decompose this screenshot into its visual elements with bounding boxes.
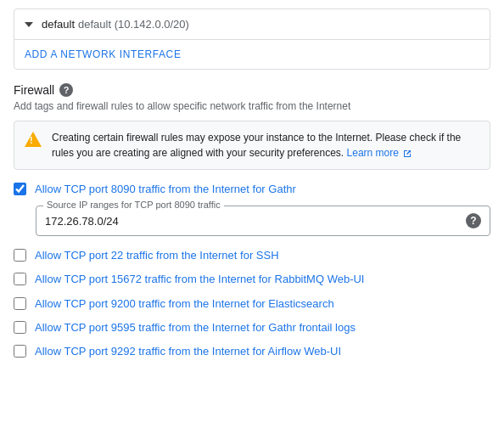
add-network-interface-button[interactable]: ADD A NETWORK INTERFACE xyxy=(14,40,490,69)
network-section: default default (10.142.0.0/20) ADD A NE… xyxy=(14,8,490,70)
firewall-checkbox-cb-ssh[interactable] xyxy=(14,249,26,262)
network-range: default (10.142.0.0/20) xyxy=(78,18,189,31)
firewall-checkbox-label[interactable]: Allow TCP port 9200 traffic from the Int… xyxy=(35,296,334,312)
firewall-checkbox-row: Allow TCP port 9595 traffic from the Int… xyxy=(14,320,490,335)
learn-more-link[interactable]: Learn more xyxy=(347,147,399,159)
firewall-section: Firewall ? Add tags and firewall rules t… xyxy=(14,83,490,359)
external-link-icon xyxy=(403,149,412,158)
ip-field-legend: Source IP ranges for TCP port 8090 traff… xyxy=(43,200,224,210)
firewall-checkbox-label[interactable]: Allow TCP port 15672 traffic from the In… xyxy=(35,272,364,287)
firewall-checkbox-cb-airflow[interactable] xyxy=(14,345,26,358)
firewall-description: Add tags and firewall rules to allow spe… xyxy=(14,100,490,112)
firewall-help-icon[interactable]: ? xyxy=(59,83,73,97)
warning-box: Creating certain firewall rules may expo… xyxy=(14,121,490,170)
warning-triangle-icon xyxy=(25,132,42,147)
firewall-checkbox-row: Allow TCP port 15672 traffic from the In… xyxy=(14,272,490,287)
chevron-down-icon xyxy=(25,22,33,27)
firewall-checkbox-row: Allow TCP port 9200 traffic from the Int… xyxy=(14,296,490,312)
firewall-checkbox-row: Allow TCP port 22 traffic from the Inter… xyxy=(14,248,490,263)
network-row[interactable]: default default (10.142.0.0/20) xyxy=(14,9,490,40)
ip-field-value: 172.26.78.0/24 xyxy=(45,215,466,228)
firewall-checkbox-cb-gathr[interactable] xyxy=(14,183,26,195)
firewall-checkbox-label[interactable]: Allow TCP port 9595 traffic from the Int… xyxy=(35,320,356,335)
firewall-checkbox-label[interactable]: Allow TCP port 9292 traffic from the Int… xyxy=(35,344,341,359)
firewall-header: Firewall ? xyxy=(14,83,490,97)
warning-text: Creating certain firewall rules may expo… xyxy=(52,130,479,161)
firewall-title: Firewall xyxy=(14,83,54,97)
firewall-checkbox-label[interactable]: Allow TCP port 22 traffic from the Inter… xyxy=(35,248,279,263)
firewall-checkbox-cb-frontail[interactable] xyxy=(14,321,26,334)
network-name: default xyxy=(42,18,75,31)
firewall-checkbox-cb-elasticsearch[interactable] xyxy=(14,297,26,310)
firewall-checkbox-cb-rabbitmq[interactable] xyxy=(14,273,26,285)
ip-field-container: Source IP ranges for TCP port 8090 traff… xyxy=(36,206,490,236)
firewall-checkbox-row: Allow TCP port 8090 traffic from the Int… xyxy=(14,182,490,197)
firewall-checkbox-label[interactable]: Allow TCP port 8090 traffic from the Int… xyxy=(35,182,296,197)
firewall-checkboxes: Allow TCP port 8090 traffic from the Int… xyxy=(14,182,490,359)
ip-help-icon[interactable]: ? xyxy=(466,213,481,228)
firewall-checkbox-row: Allow TCP port 9292 traffic from the Int… xyxy=(14,344,490,359)
